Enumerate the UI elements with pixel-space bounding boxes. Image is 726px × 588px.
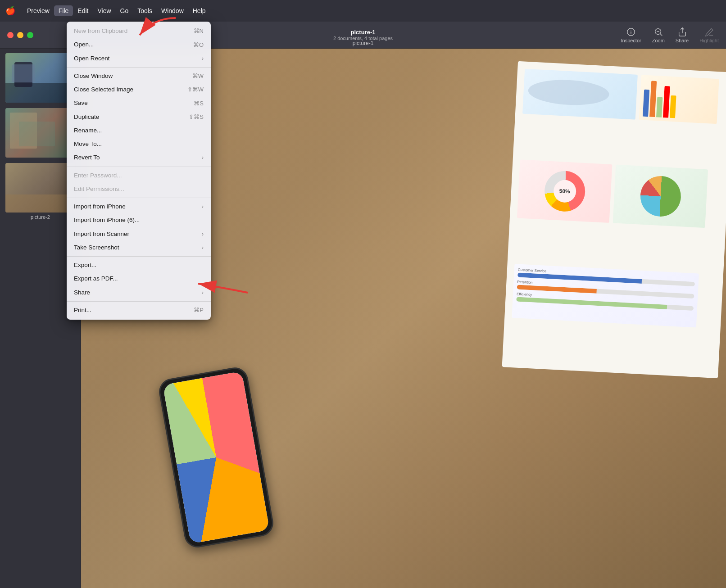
- menu-item-save[interactable]: Save ⌘S: [67, 96, 211, 110]
- menu-item-import-iphone6[interactable]: Import from iPhone (6)...: [67, 213, 211, 227]
- fullscreen-button[interactable]: [27, 32, 33, 38]
- donut-chart: 50%: [517, 159, 613, 223]
- menubar-item-window[interactable]: Window: [157, 5, 188, 16]
- menubar: 🍎 Preview File Edit View Go Tools Window…: [0, 0, 726, 22]
- document-name-label: picture-1: [353, 40, 374, 46]
- menu-separator-5: [67, 301, 211, 302]
- menubar-item-edit[interactable]: Edit: [73, 5, 93, 16]
- world-map-chart: [522, 69, 638, 120]
- thumbnail-1[interactable]: [5, 53, 75, 103]
- menu-item-duplicate[interactable]: Duplicate ⇧⌘S: [67, 110, 211, 124]
- menu-item-export-pdf[interactable]: Export as PDF...: [67, 272, 211, 285]
- menubar-item-preview[interactable]: Preview: [23, 5, 54, 16]
- thumbnail-2[interactable]: [5, 108, 75, 158]
- menubar-item-go[interactable]: Go: [116, 5, 133, 16]
- menu-item-edit-permissions[interactable]: Edit Permissions...: [67, 182, 211, 196]
- menu-item-close-window[interactable]: Close Window ⌘W: [67, 69, 211, 83]
- thumbnail-3[interactable]: [5, 163, 75, 213]
- menu-item-print[interactable]: Print... ⌘P: [67, 303, 211, 317]
- menubar-item-tools[interactable]: Tools: [133, 5, 157, 16]
- menu-item-enter-password[interactable]: Enter Password...: [67, 169, 211, 182]
- horizontal-bar-chart: Customer Service Retention: [512, 264, 699, 327]
- svg-line-4: [660, 33, 662, 36]
- minimize-button[interactable]: [17, 32, 23, 38]
- zoom-button[interactable]: Zoom: [652, 27, 665, 43]
- menu-item-move-to[interactable]: Move To...: [67, 137, 211, 151]
- highlight-button[interactable]: Highlight: [699, 27, 719, 43]
- share-button[interactable]: Share: [676, 27, 689, 43]
- toolbar: Inspector Zoom Share: [621, 27, 719, 43]
- menubar-item-help[interactable]: Help: [188, 5, 210, 16]
- menu-separator-3: [67, 198, 211, 198]
- thumb1-image: [5, 53, 75, 103]
- menu-item-import-iphone[interactable]: Import from iPhone ›: [67, 200, 211, 213]
- bar-chart: [639, 75, 719, 124]
- inspector-button[interactable]: Inspector: [621, 27, 641, 43]
- menu-item-new-clipboard[interactable]: New from Clipboard ⌘N: [67, 24, 211, 38]
- pie-chart: [613, 165, 708, 228]
- charts-container: 50% Customer Service: [508, 67, 726, 373]
- menu-item-open[interactable]: Open... ⌘O: [67, 38, 211, 51]
- menu-item-import-scanner[interactable]: Import from Scanner ›: [67, 227, 211, 241]
- menu-item-export[interactable]: Export...: [67, 258, 211, 272]
- close-button[interactable]: [7, 32, 14, 38]
- menu-item-close-selected[interactable]: Close Selected Image ⇧⌘W: [67, 83, 211, 96]
- apple-menu-icon[interactable]: 🍎: [5, 6, 15, 16]
- menu-separator-4: [67, 256, 211, 257]
- menu-item-revert-to[interactable]: Revert To ›: [67, 151, 211, 164]
- menu-separator-2: [67, 167, 211, 167]
- traffic-lights: [7, 32, 33, 38]
- menu-item-take-screenshot[interactable]: Take Screenshot ›: [67, 241, 211, 254]
- menubar-item-file[interactable]: File: [54, 5, 73, 16]
- menu-item-share[interactable]: Share ›: [67, 286, 211, 299]
- inspector-icon: [626, 27, 636, 37]
- share-icon: [677, 27, 687, 37]
- window-title: picture-1: [333, 29, 393, 36]
- menu-separator-1: [67, 67, 211, 68]
- highlight-icon: [704, 27, 714, 37]
- file-menu-dropdown: New from Clipboard ⌘N Open... ⌘O Open Re…: [67, 22, 211, 320]
- menubar-item-view[interactable]: View: [93, 5, 115, 16]
- charts-paper: 50% Customer Service: [502, 61, 726, 378]
- titlebar-center: picture-1 2 documents, 4 total pages: [333, 29, 393, 41]
- thumb3-image: [5, 163, 75, 213]
- menu-item-rename[interactable]: Rename...: [67, 124, 211, 137]
- zoom-icon: [653, 27, 663, 37]
- thumb2-image: [5, 108, 75, 158]
- menu-item-open-recent[interactable]: Open Recent ›: [67, 52, 211, 65]
